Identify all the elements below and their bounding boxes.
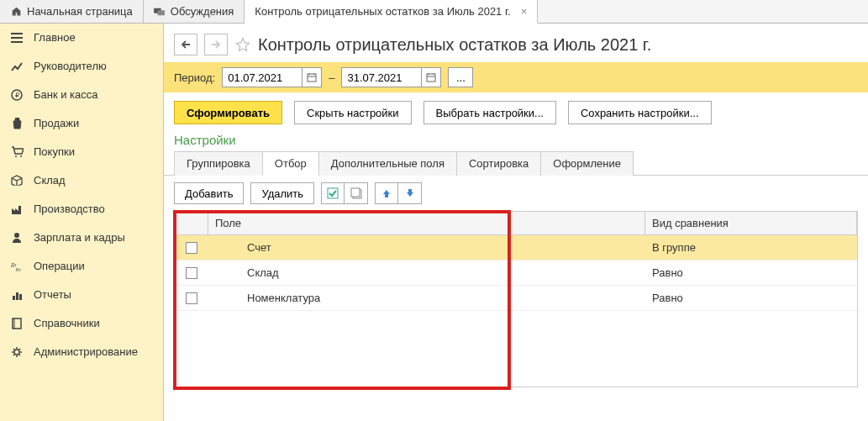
cart-icon bbox=[10, 145, 24, 159]
save-settings-button[interactable]: Сохранить настройки... bbox=[568, 101, 712, 124]
add-button[interactable]: Добавить bbox=[174, 182, 244, 204]
close-icon[interactable]: × bbox=[521, 5, 528, 18]
sidebar-item-production[interactable]: Производство bbox=[0, 195, 163, 224]
nav-forward-button[interactable] bbox=[204, 34, 228, 55]
filter-row[interactable]: Номенклатура Равно bbox=[175, 286, 857, 311]
grid-toolbar: Добавить Удалить bbox=[164, 176, 868, 211]
subtab-style[interactable]: Оформление bbox=[540, 151, 634, 176]
tab-report-label: Контроль отрицательных остатков за Июль … bbox=[255, 5, 510, 18]
svg-rect-10 bbox=[16, 292, 18, 300]
tab-report[interactable]: Контроль отрицательных остатков за Июль … bbox=[245, 0, 538, 24]
sidebar-item-label: Руководителю bbox=[34, 60, 107, 72]
sidebar-item-label: Отчеты bbox=[34, 288, 71, 301]
sidebar-item-manager[interactable]: Руководителю bbox=[0, 52, 163, 81]
delete-button[interactable]: Удалить bbox=[250, 182, 314, 204]
calendar-icon[interactable] bbox=[421, 67, 441, 87]
svg-rect-15 bbox=[308, 74, 316, 82]
choose-settings-button[interactable]: Выбрать настройки... bbox=[423, 101, 556, 124]
svg-rect-1 bbox=[157, 10, 165, 15]
row-checkbox[interactable] bbox=[186, 242, 197, 254]
period-bar: Период: – ... bbox=[164, 62, 868, 92]
sidebar-item-warehouse[interactable]: Склад bbox=[0, 166, 163, 195]
sidebar-item-label: Производство bbox=[34, 203, 105, 215]
grid-header-comparison[interactable]: Вид сравнения bbox=[645, 212, 857, 234]
tab-home[interactable]: Начальная страница bbox=[0, 0, 144, 23]
sidebar-item-operations[interactable]: ДтКт Операции bbox=[0, 252, 163, 281]
period-to-input[interactable] bbox=[341, 67, 421, 87]
chart-up-icon bbox=[10, 60, 24, 73]
row-comparison: Равно bbox=[645, 260, 857, 285]
period-picker-button[interactable]: ... bbox=[448, 67, 473, 87]
subtab-filter[interactable]: Отбор bbox=[262, 151, 319, 176]
sidebar-item-label: Склад bbox=[34, 174, 66, 187]
grid-header: Поле Вид сравнения bbox=[175, 212, 857, 235]
form-button[interactable]: Сформировать bbox=[174, 101, 282, 124]
settings-title: Настройки bbox=[164, 133, 868, 150]
sidebar-item-hr[interactable]: Зарплата и кадры bbox=[0, 224, 163, 252]
filter-row[interactable]: Склад Равно bbox=[175, 260, 857, 286]
subtab-grouping[interactable]: Группировка bbox=[174, 151, 263, 176]
sidebar-item-label: Банк и касса bbox=[34, 88, 98, 101]
box-icon bbox=[10, 174, 24, 187]
check-all-icon[interactable] bbox=[321, 182, 345, 204]
row-checkbox[interactable] bbox=[186, 267, 197, 279]
sidebar-item-label: Операции bbox=[34, 260, 85, 272]
period-dash: – bbox=[329, 71, 334, 84]
svg-point-5 bbox=[20, 155, 22, 157]
svg-rect-11 bbox=[19, 294, 22, 300]
filter-grid: Поле Вид сравнения Счет В группе Склад Р… bbox=[174, 211, 858, 387]
svg-point-4 bbox=[15, 155, 17, 157]
row-field: Номенклатура bbox=[208, 286, 645, 310]
uncheck-all-icon[interactable] bbox=[345, 182, 368, 204]
barchart-icon bbox=[10, 288, 24, 302]
svg-point-14 bbox=[14, 350, 19, 355]
sidebar-item-reports[interactable]: Отчеты bbox=[0, 281, 163, 309]
factory-icon bbox=[10, 203, 24, 216]
calendar-icon[interactable] bbox=[302, 67, 322, 87]
home-icon bbox=[10, 6, 22, 18]
tab-home-label: Начальная страница bbox=[27, 5, 133, 18]
sidebar: Главное Руководителю ₽ Банк и касса Прод… bbox=[0, 24, 164, 421]
sidebar-item-label: Справочники bbox=[34, 317, 100, 329]
row-checkbox[interactable] bbox=[186, 292, 197, 304]
page-title: Контроль отрицательных остатков за Июль … bbox=[258, 35, 651, 55]
settings-subtabs: Группировка Отбор Дополнительные поля Со… bbox=[164, 150, 868, 176]
gear-icon bbox=[10, 345, 24, 359]
row-field: Склад bbox=[208, 260, 645, 285]
subtab-extra-fields[interactable]: Дополнительные поля bbox=[318, 151, 457, 176]
sidebar-item-label: Администрирование bbox=[34, 345, 138, 358]
ruble-icon: ₽ bbox=[10, 88, 24, 102]
subtab-sorting[interactable]: Сортировка bbox=[456, 151, 541, 176]
sidebar-item-label: Зарплата и кадры bbox=[34, 231, 125, 244]
svg-rect-19 bbox=[427, 74, 435, 82]
svg-text:Кт: Кт bbox=[16, 267, 21, 271]
content-area: Контроль отрицательных остатков за Июль … bbox=[164, 24, 868, 421]
sidebar-item-bank[interactable]: ₽ Банк и касса bbox=[0, 81, 163, 109]
svg-rect-25 bbox=[351, 188, 360, 197]
operations-icon: ДтКт bbox=[10, 260, 24, 273]
hide-settings-button[interactable]: Скрыть настройки bbox=[294, 101, 412, 124]
sidebar-item-admin[interactable]: Администрирование bbox=[0, 338, 163, 366]
sidebar-item-catalogs[interactable]: Справочники bbox=[0, 309, 163, 338]
discussions-icon bbox=[154, 6, 166, 18]
nav-back-button[interactable] bbox=[174, 34, 197, 55]
move-up-icon[interactable] bbox=[375, 182, 398, 204]
favorite-star-icon[interactable] bbox=[234, 36, 251, 53]
period-from-input[interactable] bbox=[222, 67, 302, 87]
grid-header-check bbox=[175, 212, 208, 234]
sidebar-item-label: Продажи bbox=[34, 117, 79, 129]
menu-icon bbox=[10, 31, 24, 45]
sidebar-item-main[interactable]: Главное bbox=[0, 24, 163, 52]
row-field: Счет bbox=[208, 235, 645, 260]
svg-text:₽: ₽ bbox=[15, 92, 19, 99]
sidebar-item-purchases[interactable]: Покупки bbox=[0, 138, 163, 166]
sidebar-item-sales[interactable]: Продажи bbox=[0, 109, 163, 138]
grid-header-field[interactable]: Поле bbox=[208, 212, 645, 234]
top-tabs: Начальная страница Обсуждения Контроль о… bbox=[0, 0, 868, 24]
row-comparison: В группе bbox=[645, 235, 857, 260]
filter-row[interactable]: Счет В группе bbox=[175, 235, 857, 260]
sidebar-item-label: Покупки bbox=[34, 145, 75, 158]
tab-discussions[interactable]: Обсуждения bbox=[144, 0, 245, 23]
move-down-icon[interactable] bbox=[398, 182, 422, 204]
tab-discussions-label: Обсуждения bbox=[171, 5, 234, 18]
